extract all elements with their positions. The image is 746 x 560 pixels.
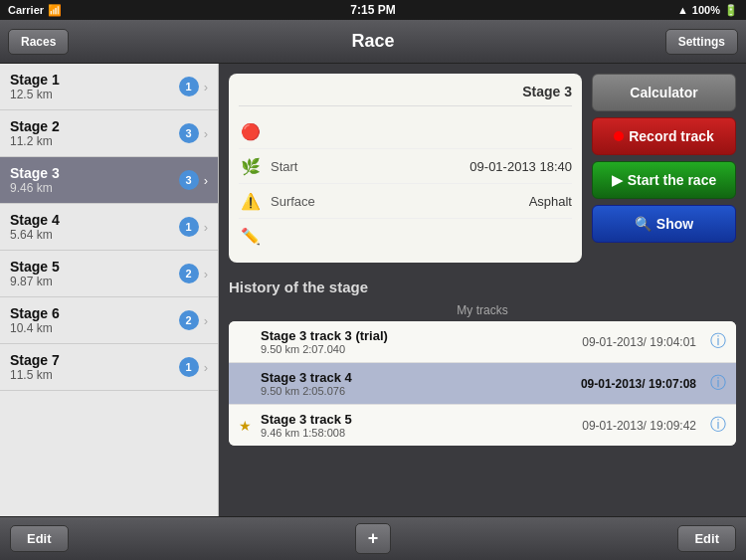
sidebar-item-name: Stage 7 (10, 352, 179, 368)
sidebar-badge: 1 (179, 217, 199, 237)
surface-icon: ⚠️ (239, 189, 263, 213)
start-icon: 🌿 (239, 154, 263, 178)
chevron-right-icon: › (204, 173, 208, 188)
action-buttons: Calculator Record track ▶ Start the race… (592, 74, 736, 263)
sidebar-badge: 3 (179, 170, 199, 190)
track-name: Stage 3 track 4 (261, 370, 575, 385)
surface-value: Asphalt (529, 194, 572, 209)
sidebar-item-km: 9.46 km (10, 181, 179, 195)
sidebar-item-stage-7[interactable]: Stage 7 11.5 km 1 › (0, 344, 218, 391)
chevron-right-icon: › (204, 313, 208, 328)
sidebar-badge: 1 (179, 357, 199, 377)
battery-label: 100% (692, 4, 720, 16)
start-race-button[interactable]: ▶ Start the race (592, 161, 736, 199)
show-label: Show (656, 216, 693, 232)
sidebar-item-stage-4[interactable]: Stage 4 5.64 km 1 › (0, 204, 218, 251)
show-button[interactable]: 🔍 Show (592, 205, 736, 243)
stage-row-start: 🌿 Start 09-01-2013 18:40 (239, 149, 572, 184)
history-row[interactable]: Stage 3 track 4 9.50 km 2:05.076 09-01-2… (229, 363, 736, 405)
edit-icon: ✏️ (239, 224, 263, 248)
calculator-button[interactable]: Calculator (592, 74, 736, 111)
record-dot-icon (614, 131, 624, 141)
battery-icon: 🔋 (724, 4, 738, 17)
bottom-left-edit-button[interactable]: Edit (10, 525, 69, 552)
tag-icon: 🔴 (239, 119, 263, 143)
info-button[interactable]: ⓘ (710, 331, 726, 352)
stage-row-tag: 🔴 (239, 114, 572, 149)
track-sub: 9.50 km 2:07.040 (261, 343, 576, 355)
sidebar-item-stage-6[interactable]: Stage 6 10.4 km 2 › (0, 297, 218, 344)
track-name: Stage 3 track 3 (trial) (261, 328, 576, 343)
races-button[interactable]: Races (8, 29, 69, 55)
stage-row-edit: ✏️ (239, 219, 572, 253)
sidebar: Stage 1 12.5 km 1 › Stage 2 11.2 km 3 › … (0, 64, 219, 516)
sidebar-badge: 2 (179, 264, 199, 283)
sidebar-item-name: Stage 4 (10, 212, 179, 228)
track-sub: 9.46 km 1:58:008 (261, 427, 576, 439)
sidebar-item-km: 11.5 km (10, 368, 179, 382)
magnify-icon: 🔍 (635, 216, 652, 232)
history-subtitle: My tracks (229, 303, 736, 317)
chevron-right-icon: › (204, 126, 208, 141)
sidebar-item-stage-3[interactable]: Stage 3 9.46 km 3 › (0, 157, 218, 204)
sidebar-item-stage-2[interactable]: Stage 2 11.2 km 3 › (0, 110, 218, 157)
status-carrier: Carrier 📶 (8, 4, 62, 17)
info-button[interactable]: ⓘ (710, 415, 726, 436)
chevron-right-icon: › (204, 360, 208, 375)
sidebar-item-km: 5.64 km (10, 228, 179, 242)
sidebar-item-km: 9.87 km (10, 275, 179, 288)
sidebar-item-km: 12.5 km (10, 88, 179, 101)
sidebar-item-name: Stage 2 (10, 118, 179, 134)
content-area: Stage 3 🔴 🌿 Start 09-01-2013 18:40 ⚠️ Su… (219, 64, 746, 516)
sidebar-item-stage-5[interactable]: Stage 5 9.87 km 2 › (0, 251, 218, 297)
history-section: History of the stage My tracks Stage 3 t… (229, 279, 736, 446)
sidebar-badge: 2 (179, 310, 199, 330)
star-icon: ★ (239, 418, 255, 434)
stage-card-title: Stage 3 (239, 84, 572, 106)
track-date: 09-01-2013/ 19:09:42 (582, 419, 696, 433)
chevron-right-icon: › (204, 80, 208, 94)
nav-title: Race (351, 31, 394, 52)
sidebar-item-name: Stage 6 (10, 305, 179, 321)
record-label: Record track (629, 128, 714, 144)
history-list: Stage 3 track 3 (trial) 9.50 km 2:07.040… (229, 321, 736, 446)
add-button[interactable]: + (355, 523, 392, 554)
bottom-left-section: Edit (10, 525, 69, 552)
track-date: 09-01-2013/ 19:07:08 (581, 377, 696, 391)
bottom-center-section: + (355, 523, 392, 554)
play-icon: ▶ (612, 172, 623, 188)
stage-card: Stage 3 🔴 🌿 Start 09-01-2013 18:40 ⚠️ Su… (229, 74, 582, 263)
bottom-bar: Edit + Edit (0, 516, 746, 560)
nav-bar: Races Race Settings (0, 20, 746, 64)
chevron-right-icon: › (204, 220, 208, 235)
content-top: Stage 3 🔴 🌿 Start 09-01-2013 18:40 ⚠️ Su… (229, 74, 736, 263)
status-time: 7:15 PM (350, 3, 395, 17)
sidebar-badge: 1 (179, 77, 199, 96)
history-title: History of the stage (229, 279, 736, 295)
record-track-button[interactable]: Record track (592, 117, 736, 155)
history-row[interactable]: ★ Stage 3 track 5 9.46 km 1:58:008 09-01… (229, 405, 736, 446)
track-sub: 9.50 km 2:05.076 (261, 385, 575, 397)
wifi-icon: 📶 (48, 4, 62, 17)
settings-button[interactable]: Settings (665, 29, 738, 55)
sidebar-item-km: 10.4 km (10, 321, 179, 335)
location-icon: ▲ (677, 4, 688, 16)
history-row[interactable]: Stage 3 track 3 (trial) 9.50 km 2:07.040… (229, 321, 736, 363)
track-date: 09-01-2013/ 19:04:01 (582, 335, 696, 349)
start-label: Start the race (628, 172, 716, 188)
sidebar-badge: 3 (179, 123, 199, 143)
start-label: Start (271, 159, 462, 174)
surface-label: Surface (271, 194, 521, 209)
bottom-right-section: Edit (677, 525, 736, 552)
bottom-right-edit-button[interactable]: Edit (677, 525, 736, 552)
sidebar-item-name: Stage 5 (10, 259, 179, 275)
info-button[interactable]: ⓘ (710, 373, 726, 394)
stage-row-surface: ⚠️ Surface Asphalt (239, 184, 572, 219)
sidebar-item-name: Stage 3 (10, 165, 179, 181)
status-battery: ▲ 100% 🔋 (677, 4, 738, 17)
sidebar-item-name: Stage 1 (10, 72, 179, 88)
track-name: Stage 3 track 5 (261, 412, 576, 427)
sidebar-item-stage-1[interactable]: Stage 1 12.5 km 1 › (0, 64, 218, 110)
status-bar: Carrier 📶 7:15 PM ▲ 100% 🔋 (0, 0, 746, 20)
start-value: 09-01-2013 18:40 (469, 159, 572, 174)
